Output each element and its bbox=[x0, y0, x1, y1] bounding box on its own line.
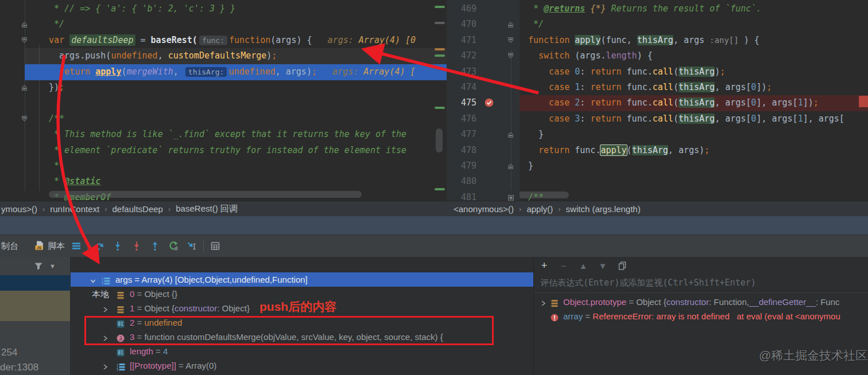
breadcrumb-item[interactable]: baseRest() 回调 bbox=[176, 204, 238, 214]
frame-line-number[interactable]: der:1308 bbox=[0, 362, 38, 373]
code-line[interactable]: /** bbox=[0, 111, 447, 127]
tab-scripts[interactable]: JS 脚本 bbox=[34, 235, 65, 257]
line-number[interactable]: 479 bbox=[447, 158, 476, 174]
chevron-right-icon[interactable] bbox=[101, 290, 109, 298]
watch-row[interactable]: Object.prototype = Object {constructor: … bbox=[534, 295, 868, 309]
line-number[interactable]: 475 bbox=[447, 95, 476, 111]
variables-panel[interactable]: 本地 123args = Array(4) [Object,Object,und… bbox=[71, 257, 533, 375]
tab-console[interactable]: 制台 bbox=[1, 235, 18, 257]
frame-line-number[interactable]: 254 bbox=[1, 347, 17, 358]
breadcrumb-item[interactable]: <anonymous>() bbox=[454, 204, 514, 214]
filter-icon[interactable] bbox=[33, 261, 44, 271]
filter-caret-icon[interactable]: ▼ bbox=[49, 263, 56, 269]
code-line[interactable]: * element `predicate` returns truthy for… bbox=[0, 143, 447, 159]
code-line[interactable] bbox=[520, 174, 868, 190]
breadcrumb-item[interactable]: runInContext bbox=[50, 204, 99, 214]
breadcrumb-item[interactable]: ymous>() bbox=[1, 204, 37, 214]
code-line[interactable]: case 3: return func.call(thisArg, args[0… bbox=[520, 111, 868, 127]
code-line[interactable]: args.push(undefined, customDefaultsMerge… bbox=[0, 48, 447, 64]
run-to-cursor-icon[interactable] bbox=[187, 241, 197, 251]
line-number[interactable]: 472 bbox=[447, 48, 476, 64]
horizontal-scrollbar[interactable] bbox=[49, 191, 362, 198]
fold-up-icon[interactable] bbox=[507, 131, 514, 138]
code-line[interactable]: return func.apply(thisArg, args); bbox=[520, 143, 868, 159]
code-line[interactable]: /** bbox=[520, 190, 868, 201]
line-number[interactable]: 476 bbox=[447, 111, 476, 127]
code-line[interactable]: * @static bbox=[0, 174, 447, 190]
fold-up-icon[interactable] bbox=[507, 162, 514, 170]
code-line[interactable]: * @returns {*} Returns the result of `fu… bbox=[520, 1, 868, 17]
code-line[interactable]: var defaultsDeep = baseRest(func:functio… bbox=[0, 33, 447, 49]
chevron-right-icon[interactable] bbox=[101, 333, 109, 341]
variable-row[interactable]: 012 = undefined bbox=[71, 315, 533, 330]
breakpoint-verified-icon[interactable] bbox=[485, 98, 494, 107]
force-step-into-icon[interactable] bbox=[131, 241, 142, 251]
frames-panel[interactable]: ▼ 254 der:1308 bbox=[0, 257, 71, 375]
watch-row[interactable]: array = ReferenceError: array is not def… bbox=[534, 309, 868, 323]
step-over-icon[interactable] bbox=[94, 241, 104, 251]
code-line[interactable]: } bbox=[520, 127, 868, 143]
code-line[interactable]: * This method is like `_.find` except th… bbox=[0, 127, 447, 143]
frame-row-selected[interactable] bbox=[0, 275, 71, 291]
reset-frame-icon[interactable] bbox=[168, 241, 179, 251]
chevron-right-icon[interactable] bbox=[539, 298, 547, 306]
chevron-right-icon[interactable] bbox=[101, 304, 109, 312]
right-editor[interactable]: * @returns {*} Returns the result of `fu… bbox=[520, 0, 868, 201]
variable-row[interactable]: 123[[Prototype]] = Array(0) bbox=[71, 358, 533, 373]
step-out-icon[interactable] bbox=[150, 241, 160, 251]
code-line[interactable]: case 2: return func.call(thisArg, args[0… bbox=[520, 95, 868, 111]
code-line[interactable]: return apply(mergeWith, thisArg:undefine… bbox=[0, 64, 447, 80]
line-number[interactable]: 474 bbox=[447, 80, 476, 96]
line-number[interactable]: 471 bbox=[447, 33, 476, 49]
line-number[interactable]: 477 bbox=[447, 127, 476, 143]
code-line[interactable]: function apply(func, thisArg, args :any[… bbox=[520, 33, 868, 49]
code-line[interactable] bbox=[0, 95, 447, 111]
breadcrumb-item[interactable]: switch (args.length) bbox=[566, 204, 641, 214]
code-line[interactable]: */ bbox=[520, 17, 868, 33]
line-number[interactable]: 478 bbox=[447, 143, 476, 159]
code-line[interactable]: }); bbox=[0, 80, 447, 96]
right-editor-gutter[interactable]: 469470471472473474475476477478479480481 bbox=[447, 0, 520, 201]
frame-row-library[interactable] bbox=[0, 291, 71, 321]
variable-row[interactable]: λ bbox=[71, 373, 533, 375]
evaluate-expression-input[interactable]: 评估表达式(Enter)或添加监视(Ctrl+Shift+Enter) bbox=[540, 278, 756, 288]
fold-up-icon[interactable] bbox=[507, 21, 514, 28]
variable-row[interactable]: 0 = Object {} bbox=[71, 287, 533, 301]
breadcrumb-item[interactable]: apply() bbox=[526, 204, 553, 214]
fold-plus-icon[interactable] bbox=[507, 194, 514, 201]
vertical-scrollbar[interactable] bbox=[436, 128, 443, 153]
chevron-down-icon[interactable] bbox=[89, 275, 97, 283]
code-line[interactable]: case 0: return func.call(thisArg); bbox=[520, 64, 868, 80]
left-editor[interactable]: * // => { 'a': { 'b': 2, 'c': 3 } } */va… bbox=[0, 0, 447, 201]
breadcrumb-item[interactable]: defaultsDeep bbox=[113, 204, 163, 214]
remove-watch-button[interactable]: − bbox=[556, 259, 571, 272]
variable-row[interactable]: 1 = Object {constructor: Object} bbox=[71, 301, 533, 315]
line-number[interactable]: 480 bbox=[447, 174, 476, 190]
code-line[interactable]: } bbox=[520, 158, 868, 174]
code-line[interactable]: switch (args.length) { bbox=[520, 48, 868, 64]
chevron-down-icon[interactable] bbox=[78, 261, 86, 269]
add-watch-button[interactable]: + bbox=[537, 259, 552, 272]
threads-icon[interactable] bbox=[71, 241, 82, 251]
variable-row[interactable]: λ3 = function customDefaultsMerge(objVal… bbox=[71, 330, 533, 344]
code-line[interactable]: */ bbox=[0, 17, 447, 33]
evaluate-expression-icon[interactable] bbox=[210, 241, 220, 251]
chevron-right-icon[interactable] bbox=[101, 361, 109, 369]
variable-row-selected[interactable]: 123args = Array(4) [Object,Object,undefi… bbox=[71, 272, 533, 287]
code-line[interactable]: * // => { 'a': { 'b': 2, 'c': 3 } } bbox=[0, 1, 447, 17]
code-line[interactable]: * bbox=[0, 158, 447, 174]
line-number[interactable]: 469 bbox=[447, 1, 476, 17]
fold-down-icon[interactable] bbox=[507, 37, 514, 44]
fold-down-icon[interactable] bbox=[507, 52, 514, 60]
code-line[interactable]: case 1: return func.call(thisArg, args[0… bbox=[520, 80, 868, 96]
move-watch-down-button[interactable]: ▼ bbox=[595, 259, 610, 272]
scope-row[interactable]: 本地 bbox=[71, 258, 533, 272]
variable-row[interactable]: 01length = 4 bbox=[71, 344, 533, 358]
move-watch-up-button[interactable]: ▲ bbox=[576, 259, 591, 272]
step-into-icon[interactable] bbox=[113, 241, 123, 251]
copy-watch-button[interactable] bbox=[615, 259, 630, 272]
line-number[interactable]: 481 bbox=[447, 190, 476, 201]
line-number[interactable]: 473 bbox=[447, 64, 476, 80]
line-number[interactable]: 470 bbox=[447, 17, 476, 33]
watches-panel[interactable]: +−▲▼ 评估表达式(Enter)或添加监视(Ctrl+Shift+Enter)… bbox=[533, 257, 868, 375]
